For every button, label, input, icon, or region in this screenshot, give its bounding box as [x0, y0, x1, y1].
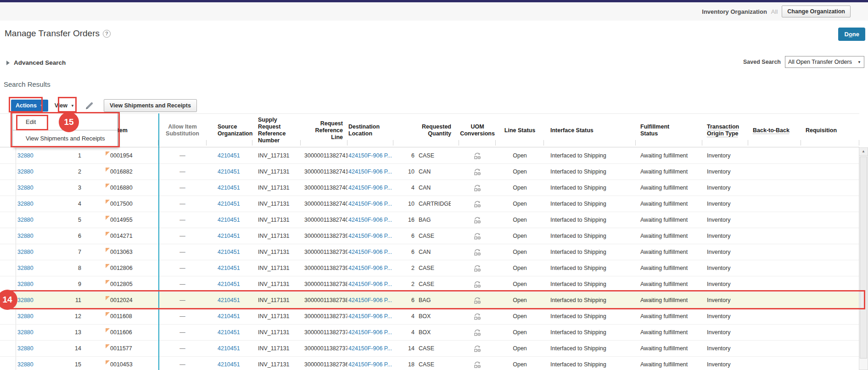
uom-conversions-icon[interactable] — [474, 217, 481, 224]
source-organization-link[interactable]: 4210451 — [218, 281, 240, 287]
column-header-uom[interactable]: UOM Conversions — [459, 114, 496, 147]
transfer-order-link[interactable]: 32880 — [17, 217, 34, 223]
cell-supply-request-reference: INV_117131 — [252, 164, 301, 179]
source-organization-link[interactable]: 4210451 — [218, 168, 240, 175]
column-header-b2b[interactable]: Back-to-Back — [748, 114, 801, 147]
transfer-order-link[interactable]: 32880 — [17, 265, 34, 271]
source-organization-link[interactable]: 4210451 — [218, 313, 240, 320]
destination-location-link[interactable]: 424150F-906 P... — [348, 345, 392, 352]
destination-location-link[interactable]: 424150F-906 P... — [348, 233, 392, 239]
source-organization-link[interactable]: 4210451 — [218, 185, 240, 191]
table-row[interactable]: 32880130011606—4210451INV_11713130000011… — [0, 325, 859, 341]
transfer-order-link[interactable]: 32880 — [17, 233, 34, 239]
table-row[interactable]: 32880120011608—4210451INV_11713130000011… — [0, 308, 859, 325]
destination-location-link[interactable]: 424150F-906 P... — [348, 217, 392, 223]
source-organization-link[interactable]: 4210451 — [218, 152, 240, 159]
transfer-order-link[interactable]: 32880 — [17, 313, 34, 320]
uom-conversions-icon[interactable] — [474, 361, 481, 369]
table-row[interactable]: 3288050014955—4210451INV_117131300000113… — [0, 212, 859, 228]
view-shipments-receipts-button[interactable]: View Shipments and Receipts — [104, 99, 197, 112]
column-header-ref[interactable]: Request Reference Line — [301, 114, 347, 147]
source-organization-link[interactable]: 4210451 — [218, 361, 240, 368]
actions-menu-button[interactable]: Actions ▼ — [11, 100, 48, 112]
destination-location-link[interactable]: 424150F-906 P... — [348, 265, 392, 271]
transfer-order-link[interactable]: 32880 — [17, 281, 34, 287]
uom-conversions-icon[interactable] — [474, 152, 481, 160]
scrollbar-thumb[interactable] — [860, 157, 867, 359]
change-organization-button[interactable]: Change Organization — [782, 6, 851, 17]
table-row[interactable]: 32880140011577—4210451INV_11713130000011… — [0, 341, 859, 357]
edit-pencil-button[interactable] — [83, 100, 96, 112]
source-organization-link[interactable]: 4210451 — [218, 217, 240, 223]
transfer-order-link[interactable]: 32880 — [17, 185, 34, 191]
view-menu-button[interactable]: View ▼ — [55, 102, 74, 109]
transfer-order-link[interactable]: 32880 — [17, 361, 34, 368]
transfer-order-link[interactable]: 32880 — [17, 168, 34, 175]
menu-item-view-shipments-and-receipts[interactable]: View Shipments and Receipts — [13, 131, 118, 146]
transfer-order-link[interactable]: 32880 — [17, 201, 34, 207]
transfer-order-link[interactable]: 32880 — [17, 329, 34, 336]
source-organization-link[interactable]: 4210451 — [218, 329, 240, 336]
column-header-allow[interactable]: Allow Item Substitution — [158, 114, 207, 147]
table-row[interactable]: 3288080012806—4210451INV_117131300000113… — [0, 260, 859, 276]
table-row[interactable]: 3288010001954—4210451INV_117131300000113… — [0, 148, 859, 164]
uom-conversions-icon[interactable] — [474, 345, 481, 353]
cell-allow-item-substitution: — — [158, 180, 207, 196]
advanced-search-toggle[interactable]: Advanced Search — [6, 59, 66, 66]
column-header-interface[interactable]: Interface Status — [544, 114, 636, 147]
destination-location-link[interactable]: 424150F-906 P... — [348, 313, 392, 320]
source-organization-link[interactable]: 4210451 — [218, 201, 240, 207]
cell-line-status: Open — [496, 244, 544, 260]
uom-conversions-icon[interactable] — [474, 265, 481, 272]
table-row[interactable]: 3288060014271—4210451INV_117131300000113… — [0, 228, 859, 244]
source-organization-link[interactable]: 4210451 — [218, 233, 240, 239]
table-row[interactable]: 3288090012805—4210451INV_117131300000113… — [0, 276, 859, 292]
help-icon[interactable]: ? — [103, 30, 111, 38]
column-header-source[interactable]: Source Organization — [207, 114, 252, 147]
transfer-order-link[interactable]: 32880 — [17, 345, 34, 352]
destination-location-link[interactable]: 424150F-906 P... — [348, 329, 392, 336]
scroll-up-icon[interactable]: ▲ — [859, 148, 868, 156]
destination-location-link[interactable]: 424150F-906 P... — [348, 281, 392, 287]
table-row[interactable]: 3288030016880—4210451INV_117131300000113… — [0, 180, 859, 196]
destination-location-link[interactable]: 424150F-906 P... — [348, 185, 392, 191]
frozen-column-divider[interactable] — [158, 113, 159, 370]
uom-conversions-icon[interactable] — [474, 168, 481, 176]
uom-conversions-icon[interactable] — [474, 185, 481, 192]
destination-location-link[interactable]: 424150F-906 P... — [348, 361, 392, 368]
uom-conversions-icon[interactable] — [474, 297, 481, 304]
destination-location-link[interactable]: 424150F-906 P... — [348, 152, 392, 159]
vertical-scrollbar[interactable]: ▲ — [859, 147, 868, 370]
table-row[interactable]: 32880110012024—4210451INV_11713130000011… — [0, 292, 859, 308]
source-organization-link[interactable]: 4210451 — [218, 249, 240, 255]
column-header-status[interactable]: Line Status — [496, 114, 544, 147]
column-header-qty[interactable]: Requested Quantity — [393, 114, 459, 147]
uom-conversions-icon[interactable] — [474, 249, 481, 256]
destination-location-link[interactable]: 424150F-906 P... — [348, 249, 392, 255]
done-button[interactable]: Done — [838, 28, 865, 41]
column-header-fulfill[interactable]: Fulfillment Status — [636, 114, 702, 147]
column-header-dest[interactable]: Destination Location — [347, 114, 393, 147]
source-organization-link[interactable]: 4210451 — [218, 297, 240, 303]
table-row[interactable]: 3288040017500—4210451INV_117131300000113… — [0, 196, 859, 212]
table-row[interactable]: 32880150010453—4210451INV_11713130000011… — [0, 357, 859, 370]
saved-search-select[interactable]: All Open Transfer Orders ▼ — [785, 56, 864, 68]
destination-location-link[interactable]: 424150F-906 P... — [348, 168, 392, 175]
transfer-order-link[interactable]: 32880 — [17, 297, 34, 303]
destination-location-link[interactable]: 424150F-906 P... — [348, 297, 392, 303]
uom-conversions-icon[interactable] — [474, 281, 481, 288]
source-organization-link[interactable]: 4210451 — [218, 265, 240, 271]
uom-conversions-icon[interactable] — [474, 201, 481, 208]
transfer-order-link[interactable]: 32880 — [17, 249, 34, 255]
source-organization-link[interactable]: 4210451 — [218, 345, 240, 352]
uom-conversions-icon[interactable] — [474, 329, 481, 336]
table-row[interactable]: 3288070013063—4210451INV_117131300000113… — [0, 244, 859, 260]
uom-conversions-icon[interactable] — [474, 233, 481, 240]
column-header-supply[interactable]: Supply Request Reference Number — [252, 114, 301, 147]
column-header-origin[interactable]: Transaction Origin Type — [702, 114, 748, 147]
uom-conversions-icon[interactable] — [474, 313, 481, 320]
destination-location-link[interactable]: 424150F-906 P... — [348, 201, 392, 207]
table-row[interactable]: 3288020016882—4210451INV_117131300000113… — [0, 164, 859, 180]
column-header-req[interactable]: Requisition — [801, 114, 859, 147]
transfer-order-link[interactable]: 32880 — [17, 152, 34, 159]
